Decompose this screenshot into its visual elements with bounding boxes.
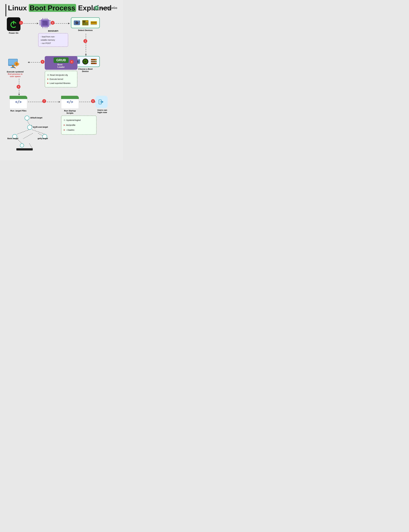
- grub-detail-item-3: Load suported libraries: [47, 81, 75, 85]
- detect-devices-label: Detect Devices: [71, 29, 100, 31]
- detect-devices-container: Detect Devices: [71, 17, 100, 31]
- svg-rect-35: [47, 18, 47, 19]
- power-on-label: Power On: [7, 32, 20, 34]
- bios-info-line1: - load from non-: [41, 36, 55, 38]
- svg-line-92: [17, 130, 29, 134]
- run-target-label: Run .target Files: [9, 110, 27, 112]
- svg-line-94: [17, 139, 22, 143]
- run-startup-icon: </>: [61, 96, 79, 109]
- svg-rect-56: [91, 24, 97, 25]
- svg-point-87: [12, 65, 14, 67]
- svg-rect-28: [39, 24, 41, 25]
- svg-rect-34: [45, 18, 45, 19]
- step6-badge: 6: [17, 85, 20, 89]
- basic-target-label: Basic.target: [7, 137, 18, 140]
- grub-detail-item-2: Execute kernel: [47, 77, 75, 81]
- svg-rect-31: [49, 23, 51, 24]
- svg-rect-52: [91, 22, 92, 23]
- svg-point-66: [85, 61, 86, 62]
- run-startup-container: </> Run Startup Scripts: [61, 96, 79, 114]
- script-item-2: /etc/profile: [64, 123, 94, 128]
- script-label-3: ~/.bashrc: [66, 128, 74, 133]
- default-target-label: default.target: [30, 117, 42, 119]
- svg-rect-82: [14, 64, 15, 64]
- systemd-sublabel: first process in: [7, 73, 24, 75]
- power-on-icon: [7, 17, 20, 31]
- run-startup-label: Run Startup Scripts: [61, 110, 79, 114]
- svg-rect-30: [49, 22, 51, 22]
- title-highlight: Boot Process: [29, 4, 76, 12]
- bios-info: - load from non- volatile memory - run P…: [38, 33, 68, 47]
- svg-rect-22: [13, 21, 14, 24]
- svg-rect-83: [18, 64, 19, 64]
- grub-detail-item-1: Read /etc/grub2.cfg: [47, 73, 75, 77]
- svg-rect-50: [85, 23, 86, 25]
- svg-marker-4: [68, 23, 70, 24]
- svg-marker-10: [28, 62, 29, 63]
- svg-point-79: [16, 63, 18, 65]
- step3-badge: 3: [84, 39, 87, 43]
- main-diagram: 1 2 3 4 5 6 7 8 Power On: [5, 16, 120, 155]
- step1-badge: 1: [19, 21, 23, 25]
- svg-point-72: [95, 63, 96, 64]
- brand: ByteByteGo: [94, 5, 117, 10]
- svg-rect-29: [49, 20, 51, 21]
- redacted-bar: [16, 148, 33, 151]
- multiuser-target-label: multi-user.target: [33, 126, 48, 128]
- script-label-2: /etc/profile: [66, 123, 75, 128]
- svg-rect-37: [45, 27, 45, 28]
- svg-point-60: [78, 59, 79, 60]
- systemd-sublabel2: user space: [7, 75, 24, 77]
- detect-box: [71, 17, 100, 28]
- grub-label: GRUB: [54, 57, 69, 63]
- grub-detail: Read /etc/grub2.cfg Execute kernel Load …: [45, 71, 77, 87]
- bios-info-line3: - run POST: [41, 42, 51, 44]
- svg-rect-53: [93, 22, 93, 23]
- svg-rect-80: [16, 61, 17, 62]
- svg-rect-27: [39, 23, 41, 24]
- login-container: Users canlogin now: [95, 96, 109, 114]
- title-prefix: Linux: [8, 4, 29, 12]
- power-on-container: Power On: [7, 17, 20, 34]
- script-label-1: /systemd-logind: [66, 118, 81, 123]
- svg-line-91: [27, 120, 30, 125]
- login-icon: [95, 96, 108, 108]
- brand-icon: [94, 5, 99, 10]
- step7-badge: 7: [42, 99, 46, 103]
- brand-label: ByteByteGo: [100, 6, 117, 10]
- title-section: Linux Boot Process Explained ByteByteGo: [5, 4, 117, 12]
- svg-rect-32: [49, 24, 51, 25]
- choose-cd-icon: [82, 58, 89, 65]
- svg-rect-47: [83, 21, 85, 23]
- grub-sublabel: BootLoader: [57, 63, 65, 68]
- run-target-container: </> Run .target Files: [9, 96, 27, 112]
- systemd-icon: [7, 56, 22, 70]
- svg-rect-26: [39, 22, 41, 22]
- multiuser-target-node: [27, 125, 32, 130]
- hdd-icon: [73, 19, 81, 27]
- ram-icon: [90, 19, 97, 27]
- svg-rect-54: [94, 22, 95, 23]
- svg-point-44: [76, 22, 78, 23]
- svg-point-70: [95, 59, 96, 60]
- step8-badge: 8: [91, 99, 95, 103]
- getty-target-label: getty.target: [38, 137, 48, 140]
- default-target-node: [25, 115, 29, 120]
- login-svg: [97, 98, 106, 106]
- svg-point-71: [95, 61, 96, 62]
- svg-rect-36: [43, 27, 43, 28]
- step5-badge: 5: [41, 60, 45, 64]
- svg-rect-25: [39, 20, 41, 21]
- startup-scripts-box: /systemd-logind /etc/profile ~/.bashrc: [61, 115, 96, 135]
- bottom-node: [20, 143, 24, 147]
- svg-rect-49: [83, 23, 84, 25]
- step4-badge: 4: [70, 60, 74, 64]
- svg-marker-12: [18, 94, 20, 96]
- run-target-code: </>: [9, 100, 27, 104]
- svg-rect-48: [86, 21, 88, 22]
- target-tree-container: default.target multi-user.target Basic.t…: [7, 115, 59, 154]
- systemd-label: Execute systemd: [7, 71, 24, 73]
- run-startup-code: </>: [61, 100, 79, 104]
- svg-rect-55: [95, 22, 96, 23]
- startup-scripts-container: /systemd-logind /etc/profile ~/.bashrc: [61, 115, 96, 135]
